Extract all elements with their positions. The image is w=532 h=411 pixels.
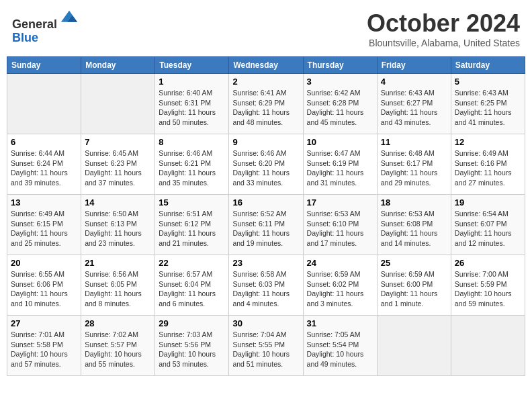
- calendar-cell: [81, 74, 155, 134]
- day-info: Sunrise: 6:58 AMSunset: 6:03 PMDaylight:…: [232, 269, 299, 309]
- calendar-cell: 10Sunrise: 6:47 AMSunset: 6:19 PMDayligh…: [303, 134, 377, 195]
- day-info: Sunrise: 6:54 AMSunset: 6:07 PMDaylight:…: [455, 209, 521, 248]
- calendar-cell: [7, 74, 81, 134]
- calendar-cell: 21Sunrise: 6:56 AMSunset: 6:05 PMDayligh…: [81, 255, 155, 316]
- day-number: 24: [307, 258, 373, 268]
- day-info: Sunrise: 7:02 AMSunset: 5:57 PMDaylight:…: [85, 330, 151, 369]
- calendar-cell: 24Sunrise: 6:59 AMSunset: 6:02 PMDayligh…: [303, 255, 377, 316]
- calendar-cell: 9Sunrise: 6:46 AMSunset: 6:20 PMDaylight…: [229, 134, 303, 195]
- day-info: Sunrise: 6:51 AMSunset: 6:12 PMDaylight:…: [159, 209, 225, 248]
- day-number: 12: [455, 137, 521, 147]
- day-number: 11: [381, 137, 447, 147]
- day-number: 1: [159, 77, 225, 87]
- calendar-week-row: 27Sunrise: 7:01 AMSunset: 5:58 PMDayligh…: [7, 316, 525, 376]
- calendar-cell: 2Sunrise: 6:41 AMSunset: 6:29 PMDaylight…: [229, 74, 303, 134]
- day-number: 19: [455, 197, 521, 208]
- day-number: 31: [307, 318, 373, 328]
- day-number: 26: [455, 258, 521, 268]
- calendar-cell: 12Sunrise: 6:49 AMSunset: 6:16 PMDayligh…: [451, 134, 525, 195]
- day-number: 15: [159, 197, 225, 208]
- day-info: Sunrise: 6:42 AMSunset: 6:28 PMDaylight:…: [307, 88, 373, 128]
- day-header-tuesday: Tuesday: [155, 57, 229, 74]
- calendar-cell: 14Sunrise: 6:50 AMSunset: 6:13 PMDayligh…: [81, 195, 155, 255]
- page-header: General Blue October 2024 Blountsville, …: [7, 7, 525, 51]
- day-number: 16: [232, 197, 299, 208]
- day-number: 25: [381, 258, 447, 268]
- calendar-cell: 16Sunrise: 6:52 AMSunset: 6:11 PMDayligh…: [229, 195, 303, 255]
- day-number: 18: [381, 197, 447, 208]
- calendar-cell: 25Sunrise: 6:59 AMSunset: 6:00 PMDayligh…: [377, 255, 451, 316]
- day-info: Sunrise: 6:57 AMSunset: 6:04 PMDaylight:…: [159, 269, 225, 309]
- day-info: Sunrise: 6:43 AMSunset: 6:25 PMDaylight:…: [455, 88, 521, 128]
- location: Blountsville, Alabama, United States: [367, 38, 520, 48]
- day-header-friday: Friday: [377, 57, 451, 74]
- calendar-cell: 5Sunrise: 6:43 AMSunset: 6:25 PMDaylight…: [451, 74, 525, 134]
- calendar-cell: 1Sunrise: 6:40 AMSunset: 6:31 PMDaylight…: [155, 74, 229, 134]
- day-number: 28: [85, 318, 151, 328]
- day-info: Sunrise: 7:05 AMSunset: 5:54 PMDaylight:…: [307, 330, 373, 369]
- day-info: Sunrise: 6:48 AMSunset: 6:17 PMDaylight:…: [381, 148, 447, 188]
- day-info: Sunrise: 6:40 AMSunset: 6:31 PMDaylight:…: [159, 88, 225, 128]
- day-number: 21: [85, 258, 151, 268]
- calendar-cell: 13Sunrise: 6:49 AMSunset: 6:15 PMDayligh…: [7, 195, 81, 255]
- day-number: 6: [11, 137, 77, 147]
- day-info: Sunrise: 6:43 AMSunset: 6:27 PMDaylight:…: [381, 88, 447, 128]
- day-info: Sunrise: 6:41 AMSunset: 6:29 PMDaylight:…: [232, 88, 299, 128]
- day-info: Sunrise: 6:59 AMSunset: 6:02 PMDaylight:…: [307, 269, 373, 309]
- day-info: Sunrise: 6:55 AMSunset: 6:06 PMDaylight:…: [11, 269, 77, 309]
- calendar-cell: 18Sunrise: 6:53 AMSunset: 6:08 PMDayligh…: [377, 195, 451, 255]
- day-number: 13: [11, 197, 77, 208]
- day-info: Sunrise: 7:01 AMSunset: 5:58 PMDaylight:…: [11, 330, 77, 369]
- calendar-cell: 17Sunrise: 6:53 AMSunset: 6:10 PMDayligh…: [303, 195, 377, 255]
- logo-blue: Blue: [12, 31, 38, 44]
- calendar-cell: 7Sunrise: 6:45 AMSunset: 6:23 PMDaylight…: [81, 134, 155, 195]
- calendar-cell: [377, 316, 451, 376]
- calendar-cell: 22Sunrise: 6:57 AMSunset: 6:04 PMDayligh…: [155, 255, 229, 316]
- day-header-thursday: Thursday: [303, 57, 377, 74]
- day-info: Sunrise: 7:04 AMSunset: 5:55 PMDaylight:…: [232, 330, 299, 369]
- day-number: 2: [232, 77, 299, 87]
- day-number: 7: [85, 137, 151, 147]
- calendar-cell: 6Sunrise: 6:44 AMSunset: 6:24 PMDaylight…: [7, 134, 81, 195]
- day-info: Sunrise: 6:52 AMSunset: 6:11 PMDaylight:…: [232, 209, 299, 248]
- day-number: 8: [159, 137, 225, 147]
- day-number: 22: [159, 258, 225, 268]
- day-info: Sunrise: 6:49 AMSunset: 6:15 PMDaylight:…: [11, 209, 77, 248]
- calendar-cell: 8Sunrise: 6:46 AMSunset: 6:21 PMDaylight…: [155, 134, 229, 195]
- day-info: Sunrise: 6:47 AMSunset: 6:19 PMDaylight:…: [307, 148, 373, 188]
- day-info: Sunrise: 6:53 AMSunset: 6:08 PMDaylight:…: [381, 209, 447, 248]
- day-header-monday: Monday: [81, 57, 155, 74]
- day-info: Sunrise: 7:00 AMSunset: 5:59 PMDaylight:…: [455, 269, 521, 309]
- day-number: 27: [11, 318, 77, 328]
- day-number: 23: [232, 258, 299, 268]
- day-number: 4: [381, 77, 447, 87]
- month-title: October 2024: [367, 9, 520, 38]
- day-number: 30: [232, 318, 299, 328]
- logo-general: General: [12, 17, 57, 31]
- day-number: 29: [159, 318, 225, 328]
- calendar-cell: 15Sunrise: 6:51 AMSunset: 6:12 PMDayligh…: [155, 195, 229, 255]
- day-info: Sunrise: 7:03 AMSunset: 5:56 PMDaylight:…: [159, 330, 225, 369]
- day-header-saturday: Saturday: [451, 57, 525, 74]
- day-info: Sunrise: 6:56 AMSunset: 6:05 PMDaylight:…: [85, 269, 151, 309]
- calendar-cell: 27Sunrise: 7:01 AMSunset: 5:58 PMDayligh…: [7, 316, 81, 376]
- day-number: 17: [307, 197, 373, 208]
- calendar-cell: 30Sunrise: 7:04 AMSunset: 5:55 PMDayligh…: [229, 316, 303, 376]
- day-number: 3: [307, 77, 373, 87]
- calendar-cell: [451, 316, 525, 376]
- logo-icon: [60, 9, 79, 28]
- calendar-header-row: SundayMondayTuesdayWednesdayThursdayFrid…: [7, 57, 525, 74]
- calendar-cell: 19Sunrise: 6:54 AMSunset: 6:07 PMDayligh…: [451, 195, 525, 255]
- day-number: 14: [85, 197, 151, 208]
- logo: General Blue: [12, 9, 79, 45]
- day-info: Sunrise: 6:53 AMSunset: 6:10 PMDaylight:…: [307, 209, 373, 248]
- day-info: Sunrise: 6:59 AMSunset: 6:00 PMDaylight:…: [381, 269, 447, 309]
- calendar-cell: 4Sunrise: 6:43 AMSunset: 6:27 PMDaylight…: [377, 74, 451, 134]
- day-info: Sunrise: 6:50 AMSunset: 6:13 PMDaylight:…: [85, 209, 151, 248]
- calendar-cell: 20Sunrise: 6:55 AMSunset: 6:06 PMDayligh…: [7, 255, 81, 316]
- calendar-week-row: 1Sunrise: 6:40 AMSunset: 6:31 PMDaylight…: [7, 74, 525, 134]
- title-block: October 2024 Blountsville, Alabama, Unit…: [367, 9, 520, 48]
- day-number: 10: [307, 137, 373, 147]
- day-info: Sunrise: 6:45 AMSunset: 6:23 PMDaylight:…: [85, 148, 151, 188]
- day-number: 9: [232, 137, 299, 147]
